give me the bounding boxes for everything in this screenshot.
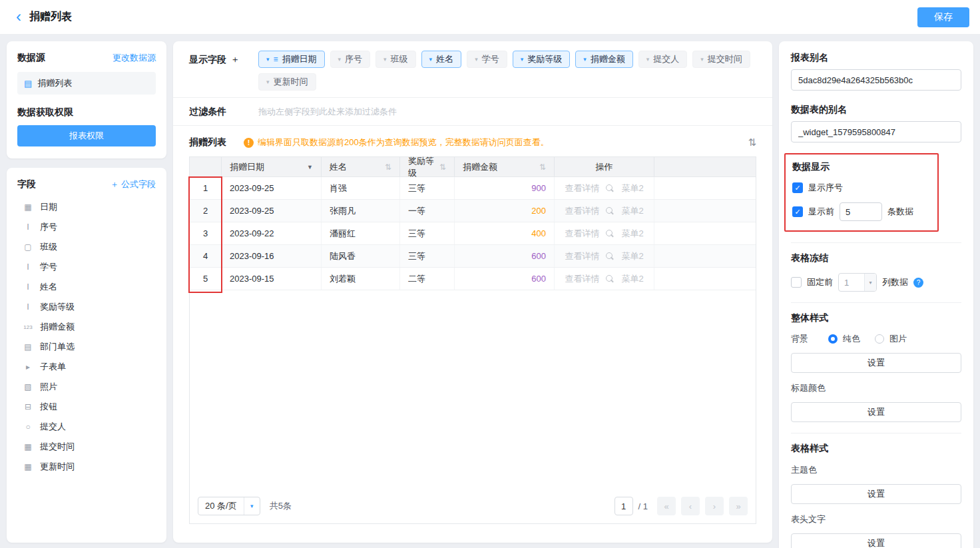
field-item[interactable]: Ⅰ序号 [7, 217, 166, 237]
bg-image-label[interactable]: 图片 [889, 333, 907, 345]
field-item[interactable]: Ⅰ姓名 [7, 277, 166, 297]
field-item[interactable]: ▤部门单选 [7, 337, 166, 357]
menu2-link[interactable]: 菜单2 [621, 228, 643, 240]
field-item[interactable]: Ⅰ学号 [7, 257, 166, 277]
display-field-chip[interactable]: ▾学号 [467, 51, 507, 68]
field-item[interactable]: Ⅰ奖励等级 [7, 297, 166, 317]
view-detail-link[interactable]: 查看详情 [565, 205, 599, 217]
table-alias-input[interactable] [791, 121, 961, 142]
next-page-button[interactable]: › [705, 497, 724, 515]
field-item[interactable]: 123捐赠金额 [7, 317, 166, 337]
change-datasource-link[interactable]: 更改数据源 [113, 52, 156, 64]
chevron-down-icon[interactable]: ▾ [266, 79, 270, 85]
title-color-set-button[interactable]: 设置 [791, 402, 961, 422]
add-display-field-icon[interactable]: ＋ [230, 54, 240, 65]
add-formula-field-link[interactable]: ＋ 公式字段 [110, 178, 156, 190]
chevron-down-icon[interactable]: ▾ [700, 56, 704, 63]
header-text-set-button[interactable]: 设置 [791, 533, 961, 548]
display-field-chip[interactable]: ▾更新时间 [258, 73, 316, 91]
col-header-date[interactable]: 捐赠日期 ▼ [222, 157, 322, 176]
background-set-button[interactable]: 设置 [791, 353, 961, 373]
back-icon[interactable]: ‹ [16, 9, 21, 25]
report-permission-button[interactable]: 报表权限 [17, 125, 156, 146]
theme-color-set-button[interactable]: 设置 [791, 484, 961, 504]
chevron-down-icon[interactable]: ▾ [521, 56, 524, 63]
divider [791, 302, 961, 303]
row-level: 一等 [400, 200, 455, 222]
current-page-box[interactable]: 1 [614, 497, 633, 515]
view-detail-link[interactable]: 查看详情 [565, 228, 599, 240]
col-header-level[interactable]: 奖励等级 ⇅ [400, 157, 455, 176]
last-page-button[interactable]: » [729, 497, 748, 515]
chevron-down-icon[interactable]: ▾ [266, 56, 270, 63]
chevron-down-icon[interactable]: ▾ [338, 56, 342, 63]
field-item[interactable]: ⊟按钮 [7, 397, 166, 417]
datasource-selected-item[interactable]: ▤ 捐赠列表 [17, 72, 156, 95]
show-first-checkbox[interactable]: ✓ [792, 206, 803, 217]
row-ops: 查看详情菜单2 [555, 245, 654, 267]
row-ops: 查看详情菜单2 [555, 268, 654, 290]
display-field-chip[interactable]: ▾班级 [375, 51, 416, 68]
display-field-chip[interactable]: ▾捐赠金额 [575, 51, 633, 68]
display-field-chip[interactable]: ▾姓名 [421, 51, 462, 68]
search-icon[interactable] [606, 274, 614, 283]
display-field-chip[interactable]: ▾≡捐赠日期 [258, 51, 325, 68]
field-item[interactable]: ▦更新时间 [7, 457, 166, 477]
field-item[interactable]: ▦提交时间 [7, 437, 166, 457]
sort-order-icon[interactable]: ⇅ [748, 137, 756, 148]
row-seq: 3 [190, 222, 222, 244]
first-page-button[interactable]: « [657, 497, 676, 515]
search-icon[interactable] [606, 184, 614, 192]
report-alias-input[interactable] [791, 69, 961, 91]
field-item[interactable]: ▦日期 [7, 197, 166, 217]
show-seq-checkbox[interactable]: ✓ [792, 182, 803, 193]
search-icon[interactable] [606, 206, 614, 215]
search-icon[interactable] [606, 252, 614, 260]
prev-page-button[interactable]: ‹ [681, 497, 700, 515]
view-detail-link[interactable]: 查看详情 [565, 182, 599, 194]
page-size-select[interactable]: 20 条/页 ▾ [198, 497, 260, 515]
freeze-count-select[interactable]: 1 ▾ [838, 273, 877, 292]
row-amount: 900 [455, 177, 555, 199]
row-count-input[interactable] [840, 202, 882, 221]
chevron-down-icon[interactable]: ▾ [475, 56, 478, 63]
search-icon[interactable] [606, 229, 614, 238]
col-header-name[interactable]: 姓名 ⇅ [322, 157, 400, 176]
view-detail-link[interactable]: 查看详情 [565, 250, 599, 262]
table-row: 22023-09-25张雨凡一等200查看详情菜单2 [190, 200, 756, 222]
menu2-link[interactable]: 菜单2 [621, 250, 643, 262]
field-item[interactable]: ○提交人 [7, 417, 166, 437]
col-header-amount[interactable]: 捐赠金额 ⇅ [455, 157, 555, 176]
row-name: 陆风香 [322, 245, 400, 267]
freeze-checkbox[interactable] [791, 277, 802, 288]
chevron-down-icon[interactable]: ▾ [646, 56, 650, 63]
save-button[interactable]: 保存 [917, 7, 969, 27]
sort-desc-icon[interactable]: ▼ [307, 164, 313, 170]
chevron-down-icon[interactable]: ▾ [383, 56, 387, 63]
field-item[interactable]: ▢班级 [7, 237, 166, 257]
sort-icon[interactable]: ⇅ [539, 162, 546, 172]
bg-solid-radio[interactable] [828, 334, 838, 344]
menu2-link[interactable]: 菜单2 [621, 205, 643, 217]
row-date: 2023-09-16 [222, 245, 322, 267]
field-item[interactable]: ▸子表单 [7, 357, 166, 377]
display-field-chip[interactable]: ▾序号 [330, 51, 371, 68]
bg-image-radio[interactable] [875, 334, 884, 344]
display-field-chip[interactable]: ▾提交时间 [692, 51, 750, 68]
view-detail-link[interactable]: 查看详情 [565, 273, 599, 285]
sort-icon[interactable]: ⇅ [385, 162, 391, 172]
menu2-link[interactable]: 菜单2 [621, 273, 643, 285]
report-alias-label: 报表别名 [791, 52, 961, 64]
bg-solid-label[interactable]: 纯色 [843, 333, 860, 345]
display-field-chip[interactable]: ▾提交人 [638, 51, 688, 68]
chevron-down-icon[interactable]: ▾ [583, 56, 587, 63]
display-field-chip[interactable]: ▾奖励等级 [513, 51, 571, 68]
filter-dropzone[interactable]: 拖动左侧字段到此处来添加过滤条件 [258, 106, 397, 118]
field-item[interactable]: ▧照片 [7, 377, 166, 397]
help-icon[interactable]: ? [913, 278, 923, 288]
field-item-label: 子表单 [40, 361, 66, 373]
sort-icon[interactable]: ⇅ [439, 162, 446, 172]
calendar-icon: ▦ [23, 202, 33, 212]
chevron-down-icon[interactable]: ▾ [429, 56, 433, 63]
menu2-link[interactable]: 菜单2 [621, 182, 643, 194]
